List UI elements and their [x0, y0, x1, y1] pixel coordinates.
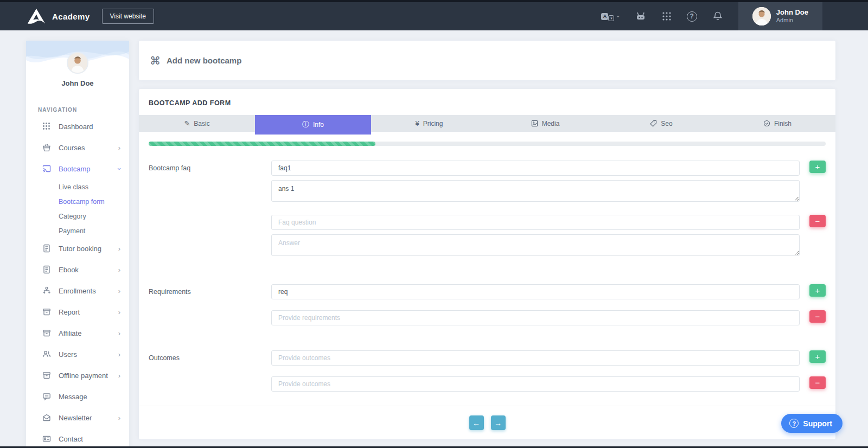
- requirements-section: Requirements + −: [149, 284, 826, 325]
- chevron-right-icon: ›: [118, 266, 120, 274]
- form-heading: BOOTCAMP ADD FORM: [139, 89, 835, 115]
- sidebar-item-bootcamp[interactable]: Bootcamp ›: [26, 158, 129, 180]
- form-progress-bar: [149, 142, 826, 146]
- notification-bell-icon[interactable]: [712, 11, 723, 22]
- chat-icon: [42, 392, 52, 401]
- faq-question-input[interactable]: [271, 161, 800, 176]
- user-menu[interactable]: John Doe Admin: [738, 2, 822, 30]
- chevron-down-icon: ›: [115, 168, 123, 170]
- outcome-input[interactable]: [271, 350, 800, 366]
- tab-basic[interactable]: ✎ Basic: [139, 115, 255, 132]
- academy-logo-icon: [26, 8, 47, 24]
- chevron-right-icon: ›: [118, 308, 120, 316]
- sidebar-item-offline-payment[interactable]: Offline payment ›: [26, 365, 129, 386]
- archive-icon: [42, 329, 52, 338]
- basket-icon: [42, 143, 52, 152]
- cast-icon: [42, 164, 52, 174]
- faq-answer-textarea[interactable]: [271, 234, 800, 256]
- apps-grid-icon[interactable]: [662, 11, 672, 21]
- chevron-right-icon: ›: [118, 372, 120, 380]
- help-icon[interactable]: ?: [687, 11, 697, 22]
- sidebar-subitem-payment[interactable]: Payment: [26, 223, 129, 238]
- tab-media[interactable]: Media: [487, 115, 603, 132]
- header-spacer: [822, 2, 868, 30]
- page-title-card: ⌘ Add new bootcamp: [139, 41, 835, 80]
- sidebar-avatar: [67, 52, 88, 74]
- sidebar-item-enrollments[interactable]: Enrollments ›: [26, 280, 129, 302]
- pencil-icon: ✎: [184, 119, 190, 127]
- remove-requirement-button[interactable]: −: [809, 310, 826, 323]
- sidebar-item-newsletter[interactable]: Newsletter ›: [26, 407, 129, 428]
- form-tabs: ✎ Basic ⓘ Info ¥ Pricing Media: [139, 115, 835, 132]
- mail-icon: [42, 413, 52, 423]
- chevron-right-icon: ›: [118, 287, 120, 295]
- faq-question-input[interactable]: [271, 215, 800, 230]
- chevron-down-icon: ›: [616, 15, 622, 17]
- archive-icon: [42, 308, 52, 317]
- tab-info[interactable]: ⓘ Info: [255, 115, 371, 135]
- remove-outcome-button[interactable]: −: [809, 376, 826, 389]
- remove-faq-button[interactable]: −: [809, 215, 826, 227]
- chevron-right-icon: ›: [118, 245, 120, 253]
- outcomes-label: Outcomes: [149, 350, 271, 392]
- sidebar-subitem-category[interactable]: Category: [26, 209, 129, 223]
- header-user-name: John Doe: [776, 8, 808, 17]
- command-icon: ⌘: [150, 54, 161, 67]
- bot-icon[interactable]: [635, 11, 647, 22]
- add-requirement-button[interactable]: +: [809, 284, 826, 297]
- sidebar-item-users[interactable]: Users ›: [26, 344, 129, 365]
- visit-website-button[interactable]: Visit website: [102, 9, 154, 24]
- next-step-button[interactable]: →: [491, 415, 506, 430]
- grid-icon: [42, 122, 52, 131]
- sidebar-item-message[interactable]: Message: [26, 386, 129, 407]
- sitemap-icon: [42, 286, 52, 296]
- add-faq-button[interactable]: +: [809, 161, 826, 173]
- check-circle-icon: [763, 120, 770, 127]
- faq-answer-textarea[interactable]: ans 1: [271, 180, 800, 202]
- sidebar-item-ebook[interactable]: Ebook ›: [26, 259, 129, 280]
- language-selector[interactable]: A ▾ ›: [601, 11, 619, 21]
- tab-seo[interactable]: Seo: [603, 115, 719, 132]
- sidebar-item-report[interactable]: Report ›: [26, 302, 129, 323]
- main-content: ⌘ Add new bootcamp BOOTCAMP ADD FORM ✎ B…: [139, 41, 835, 439]
- form-footer: ← →: [139, 406, 835, 439]
- sidebar-user-name: John Doe: [26, 79, 129, 87]
- brand-title: Academy: [52, 12, 90, 21]
- support-button[interactable]: ? Support: [781, 414, 843, 433]
- add-outcome-button[interactable]: +: [809, 350, 826, 363]
- faq-section: Bootcamp faq + ans 1: [149, 161, 826, 256]
- file-icon: [42, 265, 52, 274]
- users-icon: [42, 350, 52, 359]
- info-icon: ⓘ: [302, 120, 309, 130]
- nav-section-label: NAVIGATION: [26, 87, 129, 116]
- user-avatar: [752, 7, 771, 25]
- sidebar-item-affiliate[interactable]: Affiliate ›: [26, 323, 129, 344]
- image-icon: [531, 120, 538, 127]
- yen-icon: ¥: [416, 119, 419, 127]
- requirement-input[interactable]: [271, 284, 800, 299]
- language-icon: A: [601, 13, 608, 20]
- sidebar-item-courses[interactable]: Courses ›: [26, 137, 129, 158]
- progress-fill: [149, 142, 375, 146]
- sidebar: John Doe NAVIGATION Dashboard Courses › …: [26, 41, 129, 446]
- sidebar-item-tutor-booking[interactable]: Tutor booking ›: [26, 238, 129, 259]
- sidebar-item-dashboard[interactable]: Dashboard: [26, 116, 129, 137]
- tab-finish[interactable]: Finish: [719, 115, 835, 132]
- tag-icon: [650, 120, 657, 127]
- app-header: Academy Visit website A ▾ ›: [0, 2, 868, 30]
- outcomes-section: Outcomes + −: [149, 350, 826, 392]
- chevron-right-icon: ›: [118, 350, 120, 359]
- chevron-right-icon: ›: [118, 414, 120, 422]
- requirement-input[interactable]: [271, 310, 800, 325]
- chevron-right-icon: ›: [118, 329, 120, 337]
- faq-label: Bootcamp faq: [149, 161, 271, 256]
- tab-pricing[interactable]: ¥ Pricing: [371, 115, 487, 132]
- requirements-label: Requirements: [149, 284, 271, 325]
- sidebar-item-contact[interactable]: Contact: [26, 428, 129, 446]
- previous-step-button[interactable]: ←: [469, 415, 484, 430]
- outcome-input[interactable]: [271, 376, 800, 392]
- chevron-right-icon: ›: [118, 144, 120, 152]
- archive-icon: [42, 371, 52, 380]
- sidebar-subitem-bootcamp-form[interactable]: Bootcamp form: [26, 194, 129, 209]
- sidebar-subitem-live-class[interactable]: Live class: [26, 180, 129, 194]
